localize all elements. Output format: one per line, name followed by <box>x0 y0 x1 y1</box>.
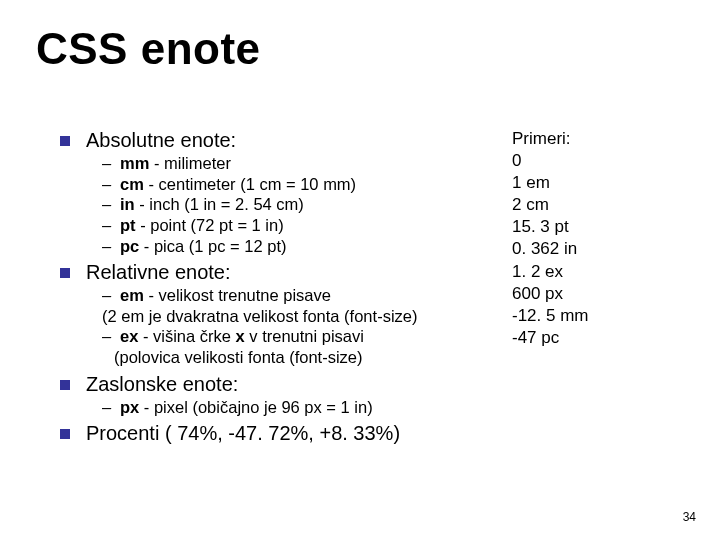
example-line: 2 cm <box>512 194 589 216</box>
unit-desc-pre: - višina črke <box>138 327 235 345</box>
section-relative-heading: Relativne enote: <box>86 260 490 285</box>
item-text: mm - milimeter <box>120 153 490 174</box>
section-absolute-heading: Absolutne enote: <box>86 128 490 153</box>
section-percent-heading: Procenti ( 74%, -47. 72%, +8. 33%) <box>86 421 490 446</box>
example-line: 0 <box>512 150 589 172</box>
body-content: Absolutne enote: – mm - milimeter – cm -… <box>60 128 490 446</box>
unit-desc-bold: x <box>236 327 245 345</box>
unit-desc: - milimeter <box>149 154 231 172</box>
unit-abbr: cm <box>120 175 144 193</box>
unit-abbr: px <box>120 398 139 416</box>
item-text: pc - pica (1 pc = 12 pt) <box>120 236 490 257</box>
example-line: 15. 3 pt <box>512 216 589 238</box>
page-number: 34 <box>683 510 696 524</box>
item-text: em - velikost trenutne pisave <box>120 285 490 306</box>
item-text: pt - point (72 pt = 1 in) <box>120 215 490 236</box>
bullet-square-icon <box>60 380 70 390</box>
example-line: 1 em <box>512 172 589 194</box>
unit-desc: - pica (1 pc = 12 pt) <box>139 237 286 255</box>
dash-icon: – <box>102 153 116 174</box>
unit-desc-post: v trenutni pisavi <box>245 327 364 345</box>
list-item: – px - pixel (običajno je 96 px = 1 in) <box>102 397 490 418</box>
dash-icon: – <box>102 194 116 215</box>
bullet-square-icon <box>60 268 70 278</box>
list-item: – cm - centimeter (1 cm = 10 mm) <box>102 174 490 195</box>
bullet-square-icon <box>60 136 70 146</box>
dash-icon: – <box>102 397 116 418</box>
list-item: – mm - milimeter <box>102 153 490 174</box>
example-line: 0. 362 in <box>512 238 589 260</box>
list-item: – ex - višina črke x v trenutni pisavi <box>102 326 490 347</box>
section-screen-heading-row: Zaslonske enote: <box>60 372 490 397</box>
unit-abbr: pc <box>120 237 139 255</box>
section-screen-items: – px - pixel (običajno je 96 px = 1 in) <box>102 397 490 418</box>
examples-heading: Primeri: <box>512 128 589 150</box>
item-continuation: (polovica velikosti fonta (font-size) <box>102 347 490 368</box>
dash-icon: – <box>102 285 116 306</box>
section-relative-items: – em - velikost trenutne pisave (2 em je… <box>102 285 490 368</box>
section-relative-heading-row: Relativne enote: <box>60 260 490 285</box>
item-continuation: (2 em je dvakratna velikost fonta (font-… <box>102 306 490 327</box>
slide: CSS enote Absolutne enote: – mm - milime… <box>0 0 720 540</box>
item-text: in - inch (1 in = 2. 54 cm) <box>120 194 490 215</box>
unit-abbr: mm <box>120 154 149 172</box>
list-item: – in - inch (1 in = 2. 54 cm) <box>102 194 490 215</box>
bullet-square-icon <box>60 429 70 439</box>
section-percent-heading-row: Procenti ( 74%, -47. 72%, +8. 33%) <box>60 421 490 446</box>
dash-icon: – <box>102 326 116 347</box>
item-text: cm - centimeter (1 cm = 10 mm) <box>120 174 490 195</box>
list-item: – em - velikost trenutne pisave <box>102 285 490 306</box>
dash-icon: – <box>102 236 116 257</box>
example-line: -47 pc <box>512 327 589 349</box>
dash-icon: – <box>102 174 116 195</box>
unit-desc: - velikost trenutne pisave <box>144 286 331 304</box>
unit-desc: - pixel (običajno je 96 px = 1 in) <box>139 398 372 416</box>
slide-title: CSS enote <box>36 24 261 74</box>
example-line: -12. 5 mm <box>512 305 589 327</box>
item-text: ex - višina črke x v trenutni pisavi <box>120 326 490 347</box>
unit-abbr: pt <box>120 216 136 234</box>
example-line: 600 px <box>512 283 589 305</box>
unit-desc: - point (72 pt = 1 in) <box>136 216 284 234</box>
list-item: – pt - point (72 pt = 1 in) <box>102 215 490 236</box>
section-screen-heading: Zaslonske enote: <box>86 372 490 397</box>
item-text: px - pixel (običajno je 96 px = 1 in) <box>120 397 490 418</box>
unit-abbr: in <box>120 195 135 213</box>
unit-desc: - centimeter (1 cm = 10 mm) <box>144 175 356 193</box>
examples-panel: Primeri: 0 1 em 2 cm 15. 3 pt 0. 362 in … <box>512 128 589 349</box>
list-item: – pc - pica (1 pc = 12 pt) <box>102 236 490 257</box>
dash-icon: – <box>102 215 116 236</box>
unit-abbr: ex <box>120 327 138 345</box>
unit-desc: - inch (1 in = 2. 54 cm) <box>135 195 304 213</box>
unit-abbr: em <box>120 286 144 304</box>
example-line: 1. 2 ex <box>512 261 589 283</box>
section-absolute-items: – mm - milimeter – cm - centimeter (1 cm… <box>102 153 490 256</box>
section-absolute-heading-row: Absolutne enote: <box>60 128 490 153</box>
